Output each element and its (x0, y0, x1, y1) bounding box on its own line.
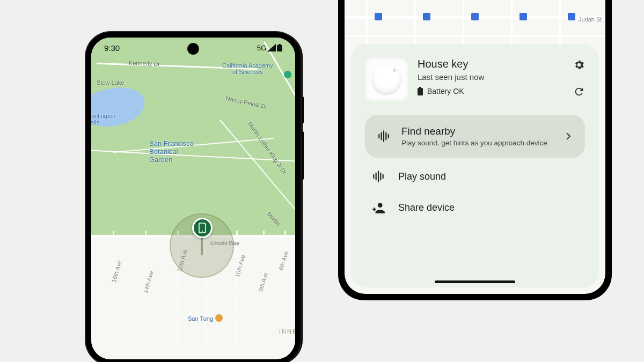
svg-rect-5 (419, 87, 421, 88)
road-line (559, 0, 561, 49)
map-label: Stow Lake (97, 79, 124, 86)
phone-icon (199, 223, 206, 233)
pin-stalk (201, 237, 203, 255)
svg-point-3 (202, 231, 203, 232)
map-label: Judah St (579, 16, 602, 23)
device-sheet: House key Last seen just now Battery OK (351, 44, 599, 287)
transit-stop-icon (568, 13, 575, 20)
device-last-seen: Last seen just now (418, 72, 585, 82)
road-line (113, 231, 114, 359)
share-device-label: Share device (398, 202, 455, 213)
share-device-button[interactable]: Share device (365, 189, 585, 220)
battery-icon (277, 44, 282, 51)
map-label: San Francisco Botanical Garden (149, 139, 194, 164)
phone-frame-left: 9:30 5G (86, 32, 301, 362)
battery-label: Battery OK (427, 87, 464, 95)
signal-icon (267, 44, 276, 51)
road-line (91, 290, 295, 291)
find-nearby-title: Find nearby (401, 125, 553, 137)
road-line (366, 0, 368, 49)
transit-stop-icon (423, 13, 430, 20)
device-name: House key (418, 58, 585, 70)
road-line (511, 0, 513, 49)
map-view[interactable]: Stow Lake Huntington Falls California Ac… (91, 38, 295, 359)
road-line (263, 231, 265, 359)
transit-stop-icon (519, 13, 527, 20)
person-add-icon (371, 201, 385, 215)
find-nearby-sub: Play sound, get hints as you approach de… (401, 139, 553, 147)
poi-icon (215, 314, 223, 322)
road-line (91, 349, 295, 350)
gear-icon (573, 59, 585, 71)
device-header: House key Last seen just now Battery OK (365, 58, 585, 101)
status-right: 5G (257, 44, 282, 52)
sound-waves-icon (377, 129, 391, 143)
svg-rect-1 (279, 44, 281, 45)
sound-waves-icon (371, 169, 385, 183)
road-line (414, 0, 416, 49)
poi-icon (284, 71, 291, 78)
transit-stop-icon (375, 13, 382, 20)
battery-status: Battery OK (418, 87, 585, 95)
settings-button[interactable] (573, 59, 585, 73)
network-label: 5G (257, 44, 266, 52)
side-button (302, 97, 304, 123)
road-line (236, 231, 238, 359)
device-thumbnail (365, 58, 408, 101)
device-location-pin[interactable] (192, 218, 213, 238)
map-label: Huntington Falls (91, 113, 115, 125)
refresh-icon (573, 86, 585, 98)
chevron-right-icon (564, 131, 573, 141)
find-nearby-button[interactable]: Find nearby Play sound, get hints as you… (365, 115, 585, 158)
road-line (145, 231, 147, 359)
map-label: Kennedy Dr (129, 60, 160, 67)
screen-right: Judah St House key Last seen just now Ba… (345, 0, 605, 294)
play-sound-label: Play sound (398, 171, 446, 182)
svg-rect-0 (277, 45, 282, 51)
transit-stop-icon (471, 13, 479, 20)
road-line (463, 0, 464, 49)
map-label: INNER (279, 328, 295, 335)
map-label: California Academy of Sciences (222, 62, 273, 75)
tracker-tag-icon (372, 65, 400, 93)
home-indicator[interactable] (435, 280, 515, 283)
battery-icon (418, 87, 423, 95)
screen-left: 9:30 5G (91, 38, 295, 359)
svg-rect-4 (418, 88, 423, 95)
map-label: San Tung (188, 315, 213, 322)
map-label: 8th Ave (277, 250, 289, 271)
road-line (284, 231, 286, 359)
side-button (302, 131, 304, 180)
play-sound-button[interactable]: Play sound (365, 158, 585, 189)
road-line (345, 35, 605, 37)
status-time: 9:30 (104, 43, 120, 53)
refresh-button[interactable] (573, 86, 585, 100)
phone-frame-right: Judah St House key Last seen just now Ba… (338, 0, 612, 300)
front-camera-icon (187, 43, 199, 55)
